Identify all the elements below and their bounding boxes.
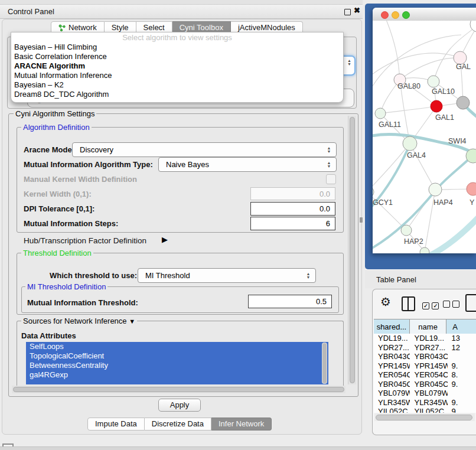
dpi-tolerance-label: DPI Tolerance [0,1]: (24, 204, 94, 213)
tab-impute-data[interactable]: Impute Data (87, 418, 145, 431)
column-header-a[interactable]: A (446, 319, 476, 334)
float-panel-icon[interactable] (344, 9, 351, 15)
network-node[interactable] (429, 183, 442, 196)
network-edge[interactable] (380, 106, 436, 113)
network-edge[interactable] (373, 144, 410, 192)
algorithm-option[interactable]: Mutual Information Inference (11, 71, 343, 80)
algorithm-option[interactable]: Basic Correlation Inference (11, 52, 343, 61)
network-canvas[interactable]: GALGAL80GAL10GAL1GAL11SWI4GAL4GCY1HAP4YH… (373, 21, 476, 253)
stepper-icon: ▲▼ (304, 272, 313, 279)
table-panel-header: Table Panel (365, 269, 476, 288)
network-node[interactable] (431, 100, 442, 112)
which-threshold-combobox[interactable]: MI Threshold ▲▼ (138, 268, 316, 283)
attributes-list-scrollbar[interactable] (322, 343, 327, 384)
network-node[interactable] (401, 225, 412, 236)
mi-type-combobox[interactable]: Naive Bayes ▲▼ (158, 157, 337, 172)
table-cell: YDL19... (374, 334, 410, 343)
table-cell: YIL052C (410, 407, 447, 413)
algorithm-option[interactable]: Bayesian – K2 (11, 80, 343, 90)
mi-threshold-field[interactable] (248, 295, 332, 308)
table-row[interactable]: YBL079WYBL079W (374, 389, 476, 398)
network-node-label: GAL11 (379, 120, 401, 129)
kernel-width-field[interactable] (250, 187, 335, 200)
table-panel: ⚙ ✓ ✓ shared... name A YDL19...YDL19...1… (372, 289, 476, 435)
table-row[interactable]: YIL052CYIL052C9. (374, 407, 476, 413)
network-node-label: GCY1 (373, 198, 393, 207)
column-header-shared[interactable]: shared... (374, 319, 410, 334)
dropdown-placeholder: Select algorithm to view settings (11, 32, 343, 43)
hub-section-label[interactable]: Hub/Transcription Factor Definition (24, 236, 146, 245)
algorithm-option[interactable]: Dream8 DC_TDC Algorithm (11, 90, 343, 99)
table-cell: YDL19... (410, 334, 447, 343)
table-row[interactable]: YBR043CYBR043C (374, 352, 476, 361)
aracne-mode-combobox[interactable]: Discovery ▲▼ (72, 142, 337, 157)
table-cell: YBL079W (410, 389, 447, 398)
table-cell: YBL079W (374, 389, 410, 398)
network-edge-thick[interactable] (427, 216, 476, 253)
minimize-window-icon[interactable] (392, 11, 399, 19)
split-columns-icon[interactable] (402, 296, 415, 311)
attribute-list-item[interactable]: SelfLoops (26, 342, 328, 351)
table-row[interactable]: YBR045CYBR045C9. (374, 380, 476, 389)
data-attributes-list[interactable]: SelfLoopsTopologicalCoefficientBetweenne… (26, 342, 328, 384)
network-node[interactable] (373, 186, 374, 198)
collapse-arrow-right-icon[interactable]: ▶ (162, 235, 168, 244)
table-row[interactable]: YDL19...YDL19...13 (374, 334, 476, 343)
network-node[interactable] (403, 136, 417, 151)
table-horizontal-scrollbar[interactable] (374, 413, 475, 421)
select-all-columns-icon[interactable]: ✓ ✓ (422, 299, 439, 310)
table-cell: YBR045C (410, 380, 447, 389)
sources-title-wrap: Sources for Network Inference ▼ (21, 317, 137, 326)
deselect-all-columns-icon[interactable] (443, 299, 459, 310)
zoom-window-icon[interactable] (402, 11, 410, 19)
attribute-list-item[interactable]: TopologicalCoefficient (26, 351, 328, 361)
network-edge[interactable] (386, 21, 400, 80)
network-edge[interactable] (410, 144, 435, 190)
mi-type-value: Naive Bayes (159, 160, 324, 169)
tab-infer-network[interactable]: Infer Network (211, 418, 272, 431)
bottom-tabs: Impute Data Discretize Data Infer Networ… (87, 418, 272, 431)
column-header-name[interactable]: name (410, 319, 446, 334)
table-row[interactable]: YLR345WYLR345W9. (374, 398, 476, 407)
aracne-mode-value: Discovery (73, 145, 324, 154)
algorithm-dropdown-list: Bayesian – Hill ClimbingBasic Correlatio… (11, 43, 343, 99)
manual-kernel-checkbox[interactable] (326, 174, 336, 184)
dpi-tolerance-field[interactable] (250, 202, 335, 216)
close-window-icon[interactable] (381, 11, 389, 19)
algorithm-definition-title: Algorithm Definition (21, 123, 92, 132)
network-edge[interactable] (373, 53, 460, 77)
table-cell: YIL052C (374, 407, 410, 413)
function-builder-icon[interactable] (465, 294, 476, 312)
mi-type-label: Mutual Information Algorithm Type: (24, 160, 153, 169)
table-cell: 8. (448, 370, 476, 380)
mi-steps-field[interactable] (250, 217, 335, 230)
sources-title: Sources for Network Inference (23, 317, 127, 325)
network-node[interactable] (457, 96, 470, 109)
panel-splitter-handle[interactable] (360, 217, 363, 223)
table-row[interactable]: YDR27...YDR27...12 (374, 343, 476, 353)
which-threshold-value: MI Threshold (138, 271, 304, 280)
algorithm-option[interactable]: Bayesian – Hill Climbing (11, 43, 343, 52)
algorithm-option[interactable]: ARACNE Algorithm (11, 61, 343, 71)
settings-vertical-scrollbar[interactable] (348, 116, 356, 384)
table-row[interactable]: YER054CYER054C8. (374, 370, 476, 380)
tab-discretize-data[interactable]: Discretize Data (145, 418, 211, 431)
table-rows[interactable]: YDL19...YDL19...13YDR27...YDR27...12YBR0… (374, 334, 476, 413)
network-node[interactable] (420, 247, 429, 253)
apply-button[interactable]: Apply (158, 399, 201, 412)
network-node[interactable] (428, 76, 439, 87)
tab-impute-data-label: Impute Data (95, 418, 137, 430)
table-row[interactable]: YPR145WYPR145W9. (374, 361, 476, 371)
attribute-list-item[interactable]: BetweennessCentrality (26, 361, 328, 370)
settings-horizontal-scrollbar[interactable] (12, 386, 345, 393)
gear-icon[interactable]: ⚙ (380, 295, 391, 309)
table-cell (448, 389, 476, 398)
close-panel-icon[interactable]: ✖ (354, 6, 360, 15)
network-node[interactable] (375, 108, 386, 119)
network-icon (58, 24, 66, 31)
network-node-label: Y (470, 198, 475, 207)
collapse-arrow-down-icon[interactable]: ▼ (129, 318, 135, 325)
attribute-list-item[interactable]: gal4RGexp (26, 370, 328, 380)
table-cell: 9. (448, 398, 476, 407)
network-node[interactable] (467, 182, 476, 195)
